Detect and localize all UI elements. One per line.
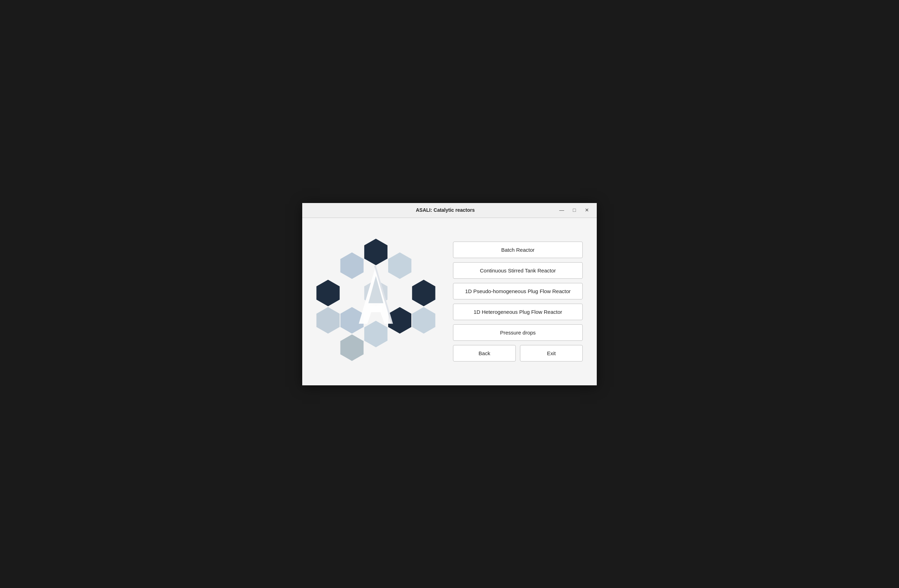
main-window: ASALI: Catalytic reactors — □ ✕ <box>302 203 597 385</box>
svg-marker-15 <box>412 307 436 334</box>
pseudo-pfr-button[interactable]: 1D Pseudo-homogeneous Plug Flow Reactor <box>453 283 583 299</box>
logo-area <box>313 235 439 368</box>
window-controls: — □ ✕ <box>556 205 593 215</box>
exit-button[interactable]: Exit <box>520 345 583 361</box>
svg-marker-8 <box>340 252 364 279</box>
bottom-buttons: Back Exit <box>453 345 583 361</box>
close-button[interactable]: ✕ <box>581 205 593 215</box>
window-title: ASALI: Catalytic reactors <box>306 207 556 213</box>
hetero-pfr-button[interactable]: 1D Heterogeneous Plug Flow Reactor <box>453 304 583 320</box>
batch-reactor-button[interactable]: Batch Reactor <box>453 242 583 258</box>
svg-marker-0 <box>364 238 388 266</box>
back-button[interactable]: Back <box>453 345 516 361</box>
main-content: Batch Reactor Continuous Stirred Tank Re… <box>302 218 597 385</box>
svg-marker-13 <box>340 334 364 361</box>
minimize-button[interactable]: — <box>556 205 567 215</box>
pressure-drops-button[interactable]: Pressure drops <box>453 324 583 341</box>
cstr-button[interactable]: Continuous Stirred Tank Reactor <box>453 262 583 279</box>
asali-logo <box>313 235 439 368</box>
maximize-button[interactable]: □ <box>569 205 580 215</box>
svg-rect-17 <box>369 307 382 312</box>
svg-marker-3 <box>316 279 340 307</box>
svg-marker-11 <box>364 321 388 348</box>
svg-marker-6 <box>412 279 436 307</box>
svg-marker-9 <box>388 252 412 279</box>
buttons-area: Batch Reactor Continuous Stirred Tank Re… <box>453 242 583 361</box>
titlebar: ASALI: Catalytic reactors — □ ✕ <box>302 203 597 218</box>
svg-marker-14 <box>316 307 340 334</box>
